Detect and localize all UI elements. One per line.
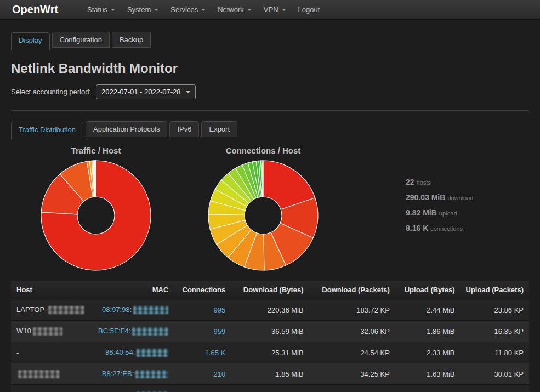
upload-packets-cell: 11.80 KP (460, 342, 529, 363)
nav-item-label: Status (87, 5, 107, 14)
host-cell: LAPTOP- (11, 299, 93, 321)
redacted-host-blur (18, 370, 60, 378)
subtab-ipv6[interactable]: IPv6 (169, 121, 199, 137)
col-header-upload-packets[interactable]: Upload (Packets) (460, 281, 529, 299)
sub-tab-bar: Traffic DistributionApplication Protocol… (11, 121, 529, 137)
connections-host-chart: Connections / Host (206, 146, 321, 275)
mac-cell: BC:5F:F4: (93, 321, 174, 342)
accounting-period-select[interactable]: 2022-07-01 - 2022-07-28 (96, 84, 196, 99)
subtab-traffic-distribution[interactable]: Traffic Distribution (11, 122, 83, 140)
redacted-mac-blur (133, 306, 168, 314)
host-cell: next (11, 385, 93, 392)
nav-item-logout[interactable]: Logout (292, 1, 326, 19)
nav-item-network[interactable]: Network (212, 1, 258, 19)
col-header-mac[interactable]: MAC (93, 281, 174, 299)
download-packets-cell: 34.25 KP (309, 363, 395, 385)
top-navbar: OpenWrt StatusSystemServicesNetworkVPNLo… (0, 0, 540, 20)
upload-packets-cell: 2.80 KP (460, 385, 529, 392)
stat-label: download (447, 195, 473, 201)
chevron-down-icon (111, 9, 115, 11)
stat-value: 22 (406, 178, 414, 186)
nav-item-label: Services (170, 5, 198, 14)
redacted-host-blur (48, 306, 84, 314)
tab-configuration[interactable]: Configuration (52, 32, 110, 48)
chevron-down-icon (186, 91, 190, 93)
nav-item-system[interactable]: System (121, 1, 164, 19)
connections-cell: 995 (174, 299, 231, 321)
download-bytes-cell: 36.59 MiB (231, 321, 309, 342)
accounting-period-row: Select accounting period: 2022-07-01 - 2… (11, 84, 529, 99)
table-header-row: HostMACConnectionsDownload (Bytes)Downlo… (11, 281, 529, 299)
col-header-connections[interactable]: Connections (174, 281, 231, 299)
nav-item-vpn[interactable]: VPN (258, 1, 292, 19)
upload-bytes-cell: 1.63 MiB (395, 363, 461, 385)
stat-value: 8.16 K (406, 224, 428, 232)
host-name: - (16, 349, 19, 357)
tab-backup[interactable]: Backup (112, 32, 151, 48)
subtab-export[interactable]: Export (201, 121, 237, 137)
connections-link[interactable]: 995 (214, 306, 226, 314)
connections-host-chart-title: Connections / Host (206, 146, 321, 155)
table-body: LAPTOP-08:97:98:995220.36 MiB183.72 KP2.… (11, 299, 529, 392)
redacted-mac-blur (132, 327, 168, 336)
summary-stats: 22hosts290.03 MiBdownload9.82 MiBupload8… (406, 178, 473, 275)
stat-value: 9.82 MiB (406, 208, 437, 217)
stat-connections: 8.16 Kconnections (406, 224, 473, 239)
charts-section: Traffic / Host Connections / Host 22host… (38, 146, 529, 275)
stat-download: 290.03 MiBdownload (406, 193, 473, 208)
host-cell (11, 363, 93, 385)
connections-link[interactable]: 1.65 K (205, 349, 226, 357)
accounting-period-label: Select accounting period: (11, 88, 91, 96)
table-row: LAPTOP-08:97:98:995220.36 MiB183.72 KP2.… (11, 299, 529, 321)
traffic-host-chart: Traffic / Host (38, 146, 154, 275)
mac-cell: 86:40:54: (93, 342, 174, 363)
stat-hosts: 22hosts (406, 178, 473, 193)
upload-packets-cell: 30.01 KP (460, 363, 529, 385)
mac-cell: B8:27:EB: (93, 363, 174, 385)
traffic-host-chart-title: Traffic / Host (38, 146, 154, 155)
connections-cell: 537 (174, 385, 231, 392)
mac-link[interactable]: 08:97:98: (102, 305, 132, 314)
chevron-down-icon (154, 9, 158, 11)
main-menu: StatusSystemServicesNetworkVPNLogout (81, 1, 326, 19)
connections-cell: 210 (174, 363, 231, 385)
main-tab-bar: DisplayConfigurationBackup (11, 32, 529, 48)
hosts-table: HostMACConnectionsDownload (Bytes)Downlo… (11, 281, 529, 392)
subtab-application-protocols[interactable]: Application Protocols (86, 121, 167, 137)
col-header-download-bytes[interactable]: Download (Bytes) (231, 281, 309, 299)
download-bytes-cell: 220.36 MiB (231, 299, 309, 321)
mac-link[interactable]: B8:27:EB: (102, 370, 134, 378)
openwrt-logo: OpenWrt (12, 3, 58, 16)
nav-item-label: System (127, 5, 151, 14)
section-divider (11, 110, 529, 111)
col-header-host[interactable]: Host (11, 281, 93, 299)
nav-item-status[interactable]: Status (81, 1, 121, 19)
download-packets-cell: 24.54 KP (309, 342, 395, 363)
mac-cell: 70:85:C2 (93, 385, 174, 392)
connections-cell: 959 (174, 321, 231, 342)
download-packets-cell: 3.03 KP (309, 385, 395, 392)
col-header-upload-bytes[interactable]: Upload (Bytes) (395, 281, 461, 299)
chevron-down-icon (247, 9, 252, 11)
mac-link[interactable]: 86:40:54: (105, 348, 135, 356)
connections-link[interactable]: 210 (214, 370, 226, 378)
connections-host-donut (206, 158, 321, 273)
stat-label: upload (439, 210, 457, 217)
table-row: next70:85:C25372.39 MiB3.03 KP599.14 KiB… (11, 385, 529, 392)
download-bytes-cell: 2.39 MiB (231, 385, 309, 392)
upload-bytes-cell: 599.14 KiB (395, 385, 461, 392)
page-content: DisplayConfigurationBackup Netlink Bandw… (0, 32, 540, 392)
host-name: W10 (16, 327, 31, 335)
upload-packets-cell: 16.35 KP (460, 321, 529, 342)
tab-display[interactable]: Display (11, 32, 50, 50)
col-header-download-packets[interactable]: Download (Packets) (309, 281, 395, 299)
mac-link[interactable]: BC:5F:F4: (98, 327, 130, 335)
nav-item-label: Logout (298, 5, 320, 14)
upload-bytes-cell: 1.86 MiB (395, 321, 461, 342)
nav-item-label: Network (218, 5, 244, 14)
redacted-host-blur (33, 327, 62, 336)
host-cell: - (11, 342, 93, 363)
page-title: Netlink Bandwidth Monitor (11, 61, 529, 76)
connections-link[interactable]: 959 (214, 327, 226, 336)
nav-item-services[interactable]: Services (164, 1, 212, 19)
